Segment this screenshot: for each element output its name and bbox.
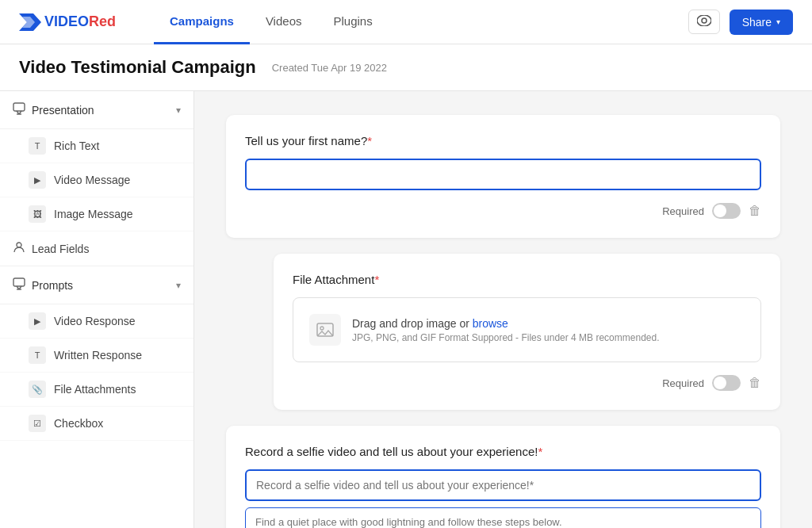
file-attachment-label: File Attachment* [293, 273, 761, 286]
first-name-card-label: Tell us your first name?* [245, 134, 761, 147]
video-selfie-main-input[interactable] [245, 469, 761, 501]
share-chevron: ▾ [776, 17, 780, 26]
logo: VIDEORed [19, 13, 116, 31]
first-name-card-footer: Required 🗑 [245, 203, 761, 219]
file-delete-button[interactable]: 🗑 [749, 376, 761, 390]
lead-fields-icon [13, 241, 25, 256]
nav-tab-plugins[interactable]: Plugins [317, 0, 388, 44]
sidebar-section-prompts-header[interactable]: Prompts ▾ [0, 266, 193, 304]
svg-point-8 [17, 243, 21, 247]
page-header: Video Testimonial Campaign Created Tue A… [0, 44, 812, 91]
first-name-delete-button[interactable]: 🗑 [749, 204, 761, 218]
sidebar-item-rich-text[interactable]: T Rich Text [0, 129, 193, 163]
svg-point-3 [702, 18, 707, 23]
file-required-label: Required [662, 377, 704, 389]
first-name-required-label: Required [662, 205, 704, 217]
share-button[interactable]: Share ▾ [730, 10, 793, 35]
content-area: Tell us your first name?* Required 🗑 Fil… [194, 91, 812, 528]
drop-zone-icon [309, 314, 341, 346]
file-attachment-section: File Attachment* Drag and drop image or … [226, 254, 780, 410]
video-message-icon: ▶ [29, 171, 46, 189]
sidebar-section-presentation-header[interactable]: Presentation ▾ [0, 91, 193, 129]
file-required-toggle[interactable] [712, 375, 741, 391]
presentation-chevron: ▾ [176, 105, 181, 116]
first-name-required-toggle[interactable] [712, 203, 741, 219]
lead-fields-label: Lead Fields [32, 243, 89, 255]
prompts-chevron: ▾ [176, 280, 181, 291]
sidebar-item-written-response[interactable]: T Written Response [0, 339, 193, 373]
share-label: Share [742, 16, 772, 29]
page-title: Video Testimonial Campaign [19, 57, 256, 78]
video-selfie-sub-input[interactable] [245, 507, 761, 528]
preview-button[interactable] [688, 10, 720, 34]
presentation-icon [13, 102, 25, 117]
written-response-label: Written Response [54, 349, 142, 362]
browse-link[interactable]: browse [473, 317, 508, 330]
created-date: Created Tue Apr 19 2022 [272, 62, 387, 74]
drop-zone-text: Drag and drop image or browse [352, 317, 660, 330]
video-selfie-label: Record a selfie video and tell us about … [245, 445, 761, 458]
first-name-card: Tell us your first name?* Required 🗑 [226, 115, 780, 238]
checkbox-icon: ☑ [29, 415, 46, 432]
sidebar-item-checkbox[interactable]: ☑ Checkbox [0, 407, 193, 441]
prompts-label: Prompts [32, 279, 176, 292]
presentation-label: Presentation [32, 104, 176, 117]
file-attachment-footer: Required 🗑 [293, 375, 761, 391]
drop-zone-sub: JPG, PNG, and GIF Format Suppored - File… [352, 332, 660, 343]
logo-red-text: Red [89, 13, 116, 29]
video-response-icon: ▶ [29, 312, 46, 330]
image-message-icon: 🖼 [29, 205, 46, 223]
sidebar-lead-fields[interactable]: Lead Fields [0, 231, 193, 266]
rich-text-icon: T [29, 137, 46, 155]
main-layout: Presentation ▾ T Rich Text ▶ Video Messa… [0, 91, 812, 528]
svg-point-14 [320, 327, 324, 330]
header-actions: Share ▾ [688, 10, 793, 35]
svg-rect-4 [13, 103, 25, 111]
nav-tab-videos[interactable]: Videos [250, 0, 318, 44]
sidebar-item-file-attachments[interactable]: 📎 File Attachments [0, 373, 193, 407]
file-attachments-label: File Attachments [54, 383, 136, 396]
first-name-input[interactable] [245, 159, 761, 190]
eye-icon [697, 15, 711, 26]
sidebar: Presentation ▾ T Rich Text ▶ Video Messa… [0, 91, 194, 528]
image-message-label: Image Message [54, 208, 133, 220]
rich-text-label: Rich Text [54, 140, 99, 152]
video-selfie-card: Record a selfie video and tell us about … [226, 426, 780, 528]
video-response-label: Video Response [54, 315, 135, 327]
app-header: VIDEORed Campaigns Videos Plugins Share … [0, 0, 812, 44]
logo-video-text: VIDEO [44, 13, 89, 29]
written-response-icon: T [29, 346, 46, 364]
nav-tab-campaigns[interactable]: Campaigns [154, 0, 250, 44]
file-attachment-card: File Attachment* Drag and drop image or … [274, 254, 780, 410]
sidebar-item-video-message[interactable]: ▶ Video Message [0, 163, 193, 197]
svg-point-2 [697, 15, 711, 26]
prompts-icon [13, 277, 25, 293]
drop-zone[interactable]: Drag and drop image or browse JPG, PNG, … [293, 297, 761, 362]
sidebar-item-video-response[interactable]: ▶ Video Response [0, 304, 193, 339]
file-attachments-icon: 📎 [29, 381, 46, 398]
sidebar-section-prompts: Prompts ▾ ▶ Video Response T Written Res… [0, 266, 193, 441]
sidebar-item-image-message[interactable]: 🖼 Image Message [0, 197, 193, 231]
video-message-label: Video Message [54, 174, 130, 186]
logo-icon [19, 13, 41, 31]
checkbox-label: Checkbox [54, 417, 103, 430]
sidebar-section-presentation: Presentation ▾ T Rich Text ▶ Video Messa… [0, 91, 193, 231]
svg-rect-9 [13, 278, 25, 286]
main-nav: Campaigns Videos Plugins [154, 0, 389, 44]
